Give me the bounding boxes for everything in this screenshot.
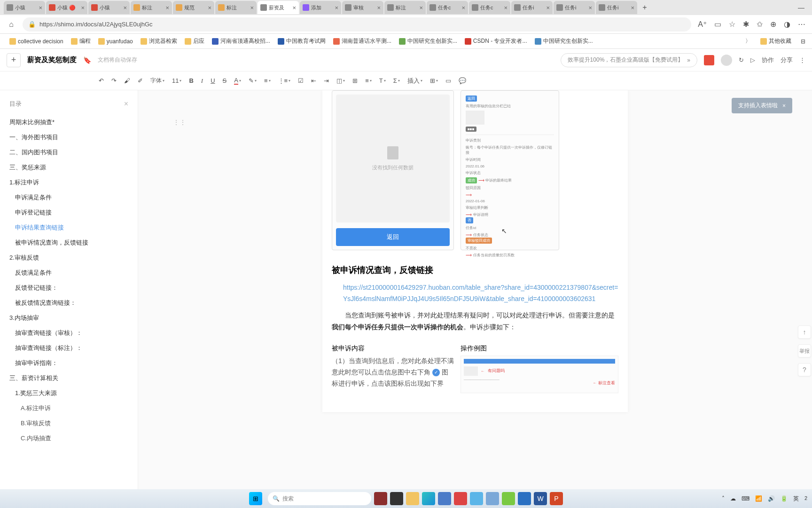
outline-item[interactable]: 申诉登记链接 [9, 205, 128, 220]
help-button[interactable]: ? [798, 363, 811, 376]
chevron-right-icon[interactable]: 〉 [745, 37, 751, 45]
bookmark-item[interactable]: 浏览器检索 [138, 35, 180, 47]
outline-item[interactable]: A.标注申诉 [9, 401, 128, 416]
outline-item[interactable]: 被申诉情况查询，反馈链接 [9, 235, 128, 250]
share-button[interactable]: 分享 [781, 56, 793, 64]
home-icon[interactable]: ⌂ [7, 20, 16, 29]
tab-close-icon[interactable]: × [123, 4, 127, 11]
checklist-button[interactable]: ☑ [298, 77, 304, 84]
powerpoint-icon[interactable]: P [550, 492, 563, 505]
table-cell[interactable]: （1）当查询到信息后，您对此条处理不满意此时您可以点击信息图中右下角 ✓ 图标进… [332, 356, 454, 389]
table-button[interactable]: ⊞ [352, 77, 358, 84]
outline-item[interactable]: C.内场抽查 [9, 431, 128, 446]
strikethrough-button[interactable]: S [223, 77, 227, 84]
outline-item[interactable]: 2.审核反馈 [9, 250, 128, 265]
close-icon[interactable]: × [782, 103, 786, 109]
browser-tab[interactable]: 标注× [384, 1, 426, 14]
align-button[interactable]: ≡▾ [365, 77, 372, 84]
section-heading[interactable]: 被申诉情况查询，反馈链接 [332, 264, 618, 276]
tray-chevron-icon[interactable]: ˄ [722, 495, 725, 502]
document-canvas[interactable]: ⋮⋮ 没有找到任何数据 返回 返回 有用的审核的信息分栏已结 ■■■ [138, 90, 812, 508]
font-color-button[interactable]: A▾ [234, 77, 241, 85]
file-explorer-icon[interactable] [406, 492, 419, 505]
clear-format-icon[interactable]: ✐ [138, 77, 143, 84]
outline-item[interactable]: 抽审申诉指南： [9, 356, 128, 371]
more-icon[interactable]: ⋮ [799, 56, 805, 64]
drag-handle-icon[interactable]: ⋮⋮ [173, 119, 186, 126]
tab-close-icon[interactable]: × [377, 4, 381, 11]
outdent-button[interactable]: ⇤ [311, 77, 316, 84]
outline-item[interactable]: 抽审查询链接（审核）： [9, 325, 128, 341]
browser-tab[interactable]: 小猿× [4, 1, 45, 14]
italic-button[interactable]: I [201, 77, 203, 85]
outline-item[interactable]: 3.内场抽审 [9, 310, 128, 325]
underline-button[interactable]: U [211, 77, 215, 84]
bg-fill-button[interactable]: ◫▾ [336, 77, 345, 84]
outline-item[interactable]: 三、奖惩来源 [9, 160, 128, 175]
undo-icon[interactable]: ↶ [99, 77, 104, 84]
user-avatar[interactable] [721, 55, 732, 66]
collections-icon[interactable]: ✩ [757, 20, 763, 29]
taskbar-app-icon[interactable] [374, 492, 387, 505]
bookmark-item[interactable]: collective decision [7, 36, 66, 47]
bookmark-item[interactable]: 湖南普通话水平测... [330, 35, 394, 47]
wifi-icon[interactable]: 📶 [755, 495, 762, 502]
outline-item[interactable]: 1.标注申诉 [9, 175, 128, 190]
edge-icon[interactable] [422, 492, 435, 505]
bookmark-item[interactable]: CSDN - 专业开发者... [462, 35, 530, 47]
taskbar-app-icon[interactable] [486, 492, 499, 505]
history-icon[interactable]: ↻ [739, 56, 744, 64]
onedrive-icon[interactable]: ☁ [730, 495, 736, 502]
bookmark-icon[interactable]: 🔖 [83, 56, 91, 64]
highlight-button[interactable]: ✎▾ [249, 77, 257, 84]
outline-item[interactable]: B.审核反馈 [9, 416, 128, 431]
new-tab-button[interactable]: + [638, 1, 651, 14]
extension-icon[interactable]: ✱ [743, 20, 749, 29]
start-button[interactable]: ⊞ [249, 492, 262, 505]
taskbar-search[interactable]: 🔍 搜索 [268, 492, 371, 505]
bold-button[interactable]: B [189, 77, 193, 84]
volume-icon[interactable]: 🔊 [768, 495, 775, 502]
font-family-select[interactable]: 字体▾ [150, 77, 164, 85]
favorites-icon[interactable]: ☆ [729, 20, 735, 29]
other-bookmarks[interactable]: 其他收藏 [757, 35, 794, 47]
scroll-top-button[interactable]: ↑ [798, 325, 811, 339]
bookmark-item[interactable]: 中国教育考试网 [275, 35, 328, 47]
tab-close-icon[interactable]: × [631, 4, 634, 11]
side-panel-icon[interactable]: ⊟ [801, 38, 805, 45]
bookmark-item[interactable]: 中国研究生创新实... [532, 35, 596, 47]
tab-close-icon[interactable]: × [165, 4, 169, 11]
tab-close-icon[interactable]: × [461, 4, 465, 11]
image-button[interactable]: ▭ [445, 77, 451, 84]
new-doc-button[interactable]: + [7, 53, 21, 67]
browser-tab[interactable]: 小猿× [88, 1, 130, 14]
line-height-button[interactable]: T▾ [379, 77, 386, 84]
outline-item[interactable]: 三、薪资计算相关 [9, 371, 128, 386]
browser-tab[interactable]: 小猿 🔴× [46, 1, 87, 14]
bookmark-item[interactable]: 中国研究生创新实... [396, 35, 460, 47]
link-text[interactable]: https://st2100000016429297.huoban.com/ta… [332, 282, 618, 305]
grid-button[interactable]: ⊞▾ [430, 77, 438, 84]
tab-close-icon[interactable]: × [81, 4, 85, 11]
taskbar-app-icon[interactable] [454, 492, 467, 505]
reader-icon[interactable]: ▭ [714, 20, 721, 29]
browser-tab[interactable]: 任务i× [511, 1, 553, 14]
font-size-select[interactable]: 11▾ [172, 77, 181, 84]
read-aloud-icon[interactable]: A⁺ [698, 20, 707, 29]
outline-item-active[interactable]: 申诉结果查询链接 [9, 220, 128, 235]
gift-icon[interactable] [704, 55, 714, 65]
outline-item[interactable]: 二、国内图书项目 [9, 145, 128, 160]
outline-item[interactable]: 被反馈情况查询链接： [9, 295, 128, 310]
browser-tab[interactable]: 任务c× [469, 1, 510, 14]
tab-close-icon[interactable]: × [208, 4, 211, 11]
ordered-list-button[interactable]: ≡▾ [264, 77, 271, 84]
collab-button[interactable]: 协作 [762, 56, 774, 64]
bookmark-item[interactable]: 编程 [68, 35, 94, 47]
browser-tab[interactable]: 标注× [131, 1, 172, 14]
taskbar-app-icon[interactable] [390, 492, 403, 505]
window-minimize-icon[interactable]: — [798, 4, 804, 11]
outline-item[interactable]: 反馈登记链接： [9, 280, 128, 295]
bookmark-item[interactable]: yuanfudao [95, 36, 136, 47]
close-icon[interactable]: × [124, 100, 128, 108]
outline-item[interactable]: 周期末比例抽查* [9, 115, 128, 130]
